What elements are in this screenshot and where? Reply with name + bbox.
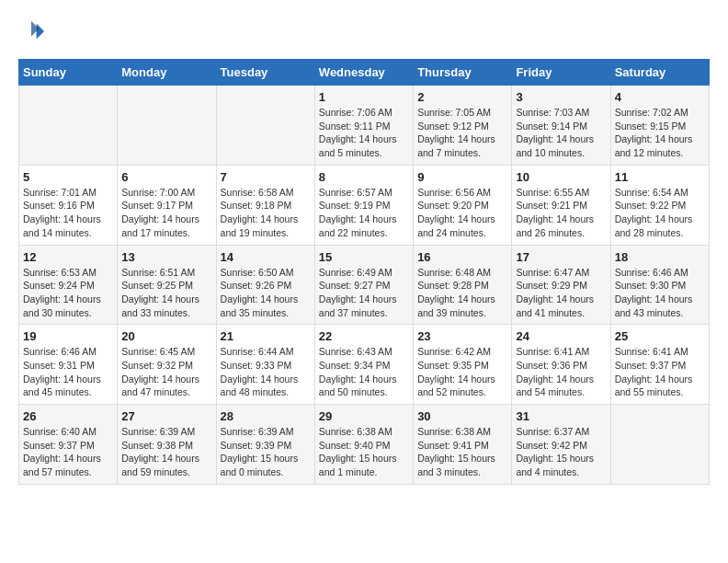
header-row: SundayMondayTuesdayWednesdayThursdayFrid… — [19, 60, 710, 86]
day-number: 6 — [121, 170, 211, 184]
day-cell: 10Sunrise: 6:55 AM Sunset: 9:21 PM Dayli… — [512, 165, 610, 245]
day-info: Sunrise: 6:43 AM Sunset: 9:34 PM Dayligh… — [319, 345, 409, 399]
day-info: Sunrise: 6:44 AM Sunset: 9:33 PM Dayligh… — [221, 345, 311, 399]
header-cell-tuesday: Tuesday — [216, 60, 314, 86]
day-cell: 18Sunrise: 6:46 AM Sunset: 9:30 PM Dayli… — [610, 245, 709, 325]
day-cell: 31Sunrise: 6:37 AM Sunset: 9:42 PM Dayli… — [512, 405, 610, 485]
day-number: 13 — [121, 250, 211, 264]
header-cell-saturday: Saturday — [610, 60, 709, 86]
day-info: Sunrise: 6:57 AM Sunset: 9:19 PM Dayligh… — [319, 186, 409, 240]
day-info: Sunrise: 6:39 AM Sunset: 9:39 PM Dayligh… — [221, 425, 311, 479]
day-number: 22 — [319, 329, 409, 343]
day-info: Sunrise: 6:47 AM Sunset: 9:29 PM Dayligh… — [516, 266, 606, 320]
day-info: Sunrise: 6:41 AM Sunset: 9:36 PM Dayligh… — [516, 345, 606, 399]
day-info: Sunrise: 6:45 AM Sunset: 9:32 PM Dayligh… — [121, 345, 211, 399]
day-number: 3 — [516, 90, 606, 104]
day-cell: 1Sunrise: 7:06 AM Sunset: 9:11 PM Daylig… — [314, 86, 413, 166]
day-cell: 7Sunrise: 6:58 AM Sunset: 9:18 PM Daylig… — [216, 165, 314, 245]
day-cell: 28Sunrise: 6:39 AM Sunset: 9:39 PM Dayli… — [216, 405, 314, 485]
day-info: Sunrise: 7:01 AM Sunset: 9:16 PM Dayligh… — [23, 186, 113, 240]
day-number: 10 — [516, 170, 606, 184]
day-cell: 30Sunrise: 6:38 AM Sunset: 9:41 PM Dayli… — [414, 405, 512, 485]
day-number: 17 — [516, 250, 606, 264]
day-number: 14 — [221, 250, 311, 264]
day-number: 7 — [221, 170, 311, 184]
day-info: Sunrise: 6:53 AM Sunset: 9:24 PM Dayligh… — [23, 266, 113, 320]
day-cell: 25Sunrise: 6:41 AM Sunset: 9:37 PM Dayli… — [610, 325, 709, 405]
day-info: Sunrise: 6:48 AM Sunset: 9:28 PM Dayligh… — [417, 266, 507, 320]
day-number: 11 — [615, 170, 705, 184]
logo — [18, 18, 48, 44]
day-info: Sunrise: 6:42 AM Sunset: 9:35 PM Dayligh… — [417, 345, 507, 399]
header-cell-sunday: Sunday — [19, 60, 118, 86]
day-cell: 27Sunrise: 6:39 AM Sunset: 9:38 PM Dayli… — [118, 405, 216, 485]
day-info: Sunrise: 7:02 AM Sunset: 9:15 PM Dayligh… — [615, 106, 705, 160]
day-info: Sunrise: 6:41 AM Sunset: 9:37 PM Dayligh… — [615, 345, 705, 399]
day-cell: 6Sunrise: 7:00 AM Sunset: 9:17 PM Daylig… — [118, 165, 216, 245]
day-cell: 22Sunrise: 6:43 AM Sunset: 9:34 PM Dayli… — [314, 325, 413, 405]
day-cell: 29Sunrise: 6:38 AM Sunset: 9:40 PM Dayli… — [314, 405, 413, 485]
day-number: 15 — [319, 250, 409, 264]
day-info: Sunrise: 7:06 AM Sunset: 9:11 PM Dayligh… — [319, 106, 409, 160]
day-number: 20 — [121, 329, 211, 343]
day-info: Sunrise: 7:00 AM Sunset: 9:17 PM Dayligh… — [121, 186, 211, 240]
header-cell-wednesday: Wednesday — [314, 60, 413, 86]
day-info: Sunrise: 6:50 AM Sunset: 9:26 PM Dayligh… — [221, 266, 311, 320]
day-cell: 11Sunrise: 6:54 AM Sunset: 9:22 PM Dayli… — [610, 165, 709, 245]
day-number: 25 — [615, 329, 705, 343]
day-number: 5 — [23, 170, 113, 184]
header-cell-monday: Monday — [118, 60, 216, 86]
day-number: 30 — [417, 409, 507, 423]
day-number: 9 — [417, 170, 507, 184]
week-row-1: 1Sunrise: 7:06 AM Sunset: 9:11 PM Daylig… — [19, 86, 710, 166]
day-cell: 23Sunrise: 6:42 AM Sunset: 9:35 PM Dayli… — [414, 325, 512, 405]
day-number: 29 — [319, 409, 409, 423]
logo-icon — [18, 18, 44, 44]
day-number: 18 — [615, 250, 705, 264]
day-number: 26 — [23, 409, 113, 423]
day-cell: 9Sunrise: 6:56 AM Sunset: 9:20 PM Daylig… — [414, 165, 512, 245]
day-info: Sunrise: 6:49 AM Sunset: 9:27 PM Dayligh… — [319, 266, 409, 320]
day-info: Sunrise: 6:55 AM Sunset: 9:21 PM Dayligh… — [516, 186, 606, 240]
week-row-3: 12Sunrise: 6:53 AM Sunset: 9:24 PM Dayli… — [19, 245, 710, 325]
day-cell: 24Sunrise: 6:41 AM Sunset: 9:36 PM Dayli… — [512, 325, 610, 405]
day-cell: 14Sunrise: 6:50 AM Sunset: 9:26 PM Dayli… — [216, 245, 314, 325]
calendar-table: SundayMondayTuesdayWednesdayThursdayFrid… — [18, 59, 710, 485]
week-row-5: 26Sunrise: 6:40 AM Sunset: 9:37 PM Dayli… — [19, 405, 710, 485]
day-cell: 12Sunrise: 6:53 AM Sunset: 9:24 PM Dayli… — [19, 245, 118, 325]
day-cell: 26Sunrise: 6:40 AM Sunset: 9:37 PM Dayli… — [19, 405, 118, 485]
day-info: Sunrise: 6:38 AM Sunset: 9:41 PM Dayligh… — [417, 425, 507, 479]
day-cell — [19, 86, 118, 166]
day-info: Sunrise: 6:38 AM Sunset: 9:40 PM Dayligh… — [319, 425, 409, 479]
day-cell: 20Sunrise: 6:45 AM Sunset: 9:32 PM Dayli… — [118, 325, 216, 405]
day-info: Sunrise: 7:03 AM Sunset: 9:14 PM Dayligh… — [516, 106, 606, 160]
day-number: 8 — [319, 170, 409, 184]
day-cell — [216, 86, 314, 166]
svg-marker-0 — [37, 24, 44, 40]
header-cell-thursday: Thursday — [414, 60, 512, 86]
day-info: Sunrise: 6:54 AM Sunset: 9:22 PM Dayligh… — [615, 186, 705, 240]
page-header — [18, 18, 710, 44]
day-cell: 3Sunrise: 7:03 AM Sunset: 9:14 PM Daylig… — [512, 86, 610, 166]
day-cell: 21Sunrise: 6:44 AM Sunset: 9:33 PM Dayli… — [216, 325, 314, 405]
day-cell: 8Sunrise: 6:57 AM Sunset: 9:19 PM Daylig… — [314, 165, 413, 245]
day-number: 4 — [615, 90, 705, 104]
day-cell — [610, 405, 709, 485]
day-info: Sunrise: 6:46 AM Sunset: 9:30 PM Dayligh… — [615, 266, 705, 320]
day-number: 2 — [417, 90, 507, 104]
day-info: Sunrise: 7:05 AM Sunset: 9:12 PM Dayligh… — [417, 106, 507, 160]
day-cell: 19Sunrise: 6:46 AM Sunset: 9:31 PM Dayli… — [19, 325, 118, 405]
day-cell: 4Sunrise: 7:02 AM Sunset: 9:15 PM Daylig… — [610, 86, 709, 166]
day-info: Sunrise: 6:58 AM Sunset: 9:18 PM Dayligh… — [221, 186, 311, 240]
day-number: 19 — [23, 329, 113, 343]
week-row-4: 19Sunrise: 6:46 AM Sunset: 9:31 PM Dayli… — [19, 325, 710, 405]
day-cell: 2Sunrise: 7:05 AM Sunset: 9:12 PM Daylig… — [414, 86, 512, 166]
day-number: 24 — [516, 329, 606, 343]
day-cell: 15Sunrise: 6:49 AM Sunset: 9:27 PM Dayli… — [314, 245, 413, 325]
day-info: Sunrise: 6:40 AM Sunset: 9:37 PM Dayligh… — [23, 425, 113, 479]
day-number: 16 — [417, 250, 507, 264]
day-number: 27 — [121, 409, 211, 423]
day-info: Sunrise: 6:56 AM Sunset: 9:20 PM Dayligh… — [417, 186, 507, 240]
day-number: 12 — [23, 250, 113, 264]
day-cell: 13Sunrise: 6:51 AM Sunset: 9:25 PM Dayli… — [118, 245, 216, 325]
